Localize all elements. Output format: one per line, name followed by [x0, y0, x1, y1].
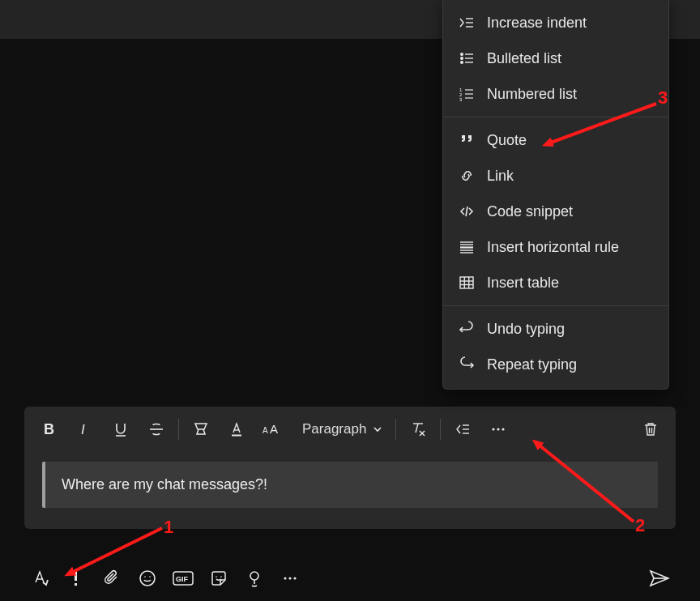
menu-item-numbered-list[interactable]: 1 2 3 Numbered list	[443, 76, 668, 112]
menu-item-increase-indent[interactable]: Increase indent	[443, 5, 668, 40]
svg-point-57	[250, 572, 258, 580]
bold-button[interactable]: B	[32, 413, 66, 445]
code-icon	[458, 203, 476, 220]
menu-item-code-snippet[interactable]: Code snippet	[443, 194, 668, 229]
menu-item-redo[interactable]: Repeat typing	[443, 347, 668, 382]
menu-item-link[interactable]: Link	[443, 158, 668, 194]
svg-text:A: A	[262, 426, 268, 435]
indent-increase-icon	[458, 15, 476, 31]
svg-line-35	[416, 424, 418, 433]
bulleted-list-icon	[458, 50, 476, 66]
svg-point-50	[140, 571, 155, 586]
send-button[interactable]	[643, 562, 676, 595]
font-size-button[interactable]: AA	[255, 413, 289, 445]
font-color-button[interactable]	[220, 413, 254, 445]
clear-formatting-button[interactable]	[401, 413, 435, 445]
menu-item-label: Undo typing	[487, 321, 565, 338]
toolbar-separator	[440, 419, 441, 440]
decrease-indent-button[interactable]	[446, 413, 480, 445]
paragraph-label: Paragraph	[302, 421, 366, 437]
svg-point-55	[216, 576, 217, 578]
priority-button[interactable]	[60, 562, 92, 595]
menu-item-horizontal-rule[interactable]: Insert horizontal rule	[443, 229, 668, 265]
formatting-overflow-menu: Increase indent Bulleted list 1 2 3 Numb…	[442, 0, 669, 390]
menu-item-insert-table[interactable]: Insert table	[443, 265, 668, 300]
sticker-button[interactable]	[203, 562, 235, 595]
menu-item-bulleted-list[interactable]: Bulleted list	[443, 40, 668, 76]
more-formatting-button[interactable]	[481, 413, 515, 445]
undo-icon	[458, 321, 476, 337]
emoji-button[interactable]	[131, 562, 164, 595]
svg-point-42	[497, 428, 500, 430]
chevron-down-icon	[373, 424, 382, 434]
formatting-toolbar: B I	[24, 407, 676, 452]
compose-action-bar: GIF	[24, 559, 676, 598]
svg-line-15	[466, 207, 467, 216]
svg-point-4	[461, 58, 463, 60]
svg-text:I: I	[81, 422, 85, 437]
menu-separator	[443, 117, 668, 117]
menu-item-label: Bulleted list	[487, 50, 561, 67]
svg-point-58	[284, 577, 286, 579]
svg-text:B: B	[44, 421, 54, 437]
horizontal-rule-icon	[458, 239, 476, 255]
underline-button[interactable]	[104, 413, 138, 445]
svg-point-43	[502, 428, 505, 430]
svg-point-59	[288, 577, 291, 579]
svg-rect-21	[460, 277, 473, 288]
menu-item-label: Insert table	[487, 275, 559, 292]
highlight-button[interactable]	[184, 413, 218, 445]
paragraph-style-dropdown[interactable]: Paragraph	[291, 413, 391, 445]
menu-item-undo[interactable]: Undo typing	[443, 311, 668, 347]
menu-separator	[443, 305, 668, 306]
message-text: Where are my chat messages?!	[62, 476, 267, 492]
svg-point-51	[144, 576, 146, 578]
menu-item-label: Numbered list	[487, 86, 577, 103]
more-actions-button[interactable]	[274, 562, 306, 595]
message-input[interactable]: Where are my chat messages?!	[42, 462, 658, 508]
compose-box: B I	[24, 407, 676, 529]
svg-point-52	[149, 576, 151, 578]
numbered-list-icon: 1 2 3	[458, 86, 476, 102]
svg-text:A: A	[270, 422, 278, 436]
svg-text:3: 3	[459, 97, 463, 102]
table-icon	[458, 275, 476, 291]
menu-item-label: Link	[487, 168, 514, 185]
menu-item-label: Increase indent	[487, 15, 587, 32]
toolbar-separator	[178, 419, 179, 440]
format-button[interactable]	[24, 562, 57, 595]
menu-item-label: Quote	[487, 132, 527, 149]
redo-icon	[458, 356, 476, 373]
gif-button[interactable]: GIF	[167, 562, 199, 595]
attach-button[interactable]	[96, 562, 128, 595]
menu-item-label: Code snippet	[487, 203, 573, 220]
strikethrough-button[interactable]	[139, 413, 173, 445]
menu-item-label: Insert horizontal rule	[487, 239, 619, 256]
toolbar-separator	[395, 419, 396, 440]
quote-icon	[458, 132, 476, 148]
svg-point-5	[461, 62, 463, 64]
svg-rect-48	[75, 571, 77, 581]
link-icon	[458, 168, 476, 184]
svg-point-56	[220, 576, 222, 578]
delete-button[interactable]	[634, 413, 668, 445]
svg-point-3	[461, 53, 463, 56]
svg-point-41	[493, 428, 495, 430]
svg-rect-49	[75, 583, 77, 586]
menu-item-quote[interactable]: Quote	[443, 122, 668, 158]
svg-point-60	[293, 577, 296, 579]
loop-button[interactable]	[238, 562, 271, 595]
svg-text:GIF: GIF	[176, 575, 189, 583]
italic-button[interactable]: I	[68, 413, 102, 445]
menu-item-label: Repeat typing	[487, 356, 577, 373]
